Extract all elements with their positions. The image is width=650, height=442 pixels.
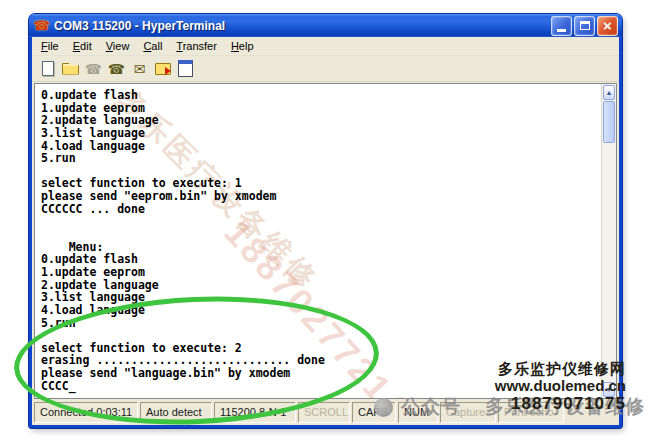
terminal-line: 5.run — [41, 317, 601, 330]
send-icon — [131, 61, 149, 77]
terminal-area[interactable]: 多乐医疗设备维修 18870277214 0.update flash1.upd… — [34, 83, 617, 399]
terminal-line — [41, 228, 601, 241]
terminal-line: 4.load language — [41, 140, 601, 153]
hyperterminal-icon — [33, 18, 50, 34]
terminal-line: 0.update flash — [41, 89, 601, 102]
call-button[interactable] — [82, 58, 105, 80]
status-pane-auto-detect: Auto detect — [140, 402, 212, 423]
menu-item-file[interactable]: File — [34, 38, 66, 55]
terminal-line: 4.load language — [41, 304, 601, 317]
maximize-button[interactable] — [574, 16, 595, 36]
status-pane-115200-8-n-1: 115200 8-N-1 — [214, 402, 296, 423]
terminal-line: CCCC_ — [41, 380, 601, 393]
terminal-line: 3.list language — [41, 291, 601, 304]
terminal-line: 5.run — [41, 152, 601, 165]
menu-item-call[interactable]: Call — [136, 38, 169, 55]
close-button[interactable]: × — [597, 16, 618, 36]
scrollbar-thumb[interactable] — [603, 101, 615, 143]
disconnect-button[interactable] — [105, 58, 128, 80]
minimize-icon — [557, 29, 566, 32]
new-connection-button[interactable] — [36, 58, 59, 80]
terminal-output: 0.update flash1.update eeprom2.update la… — [35, 84, 601, 398]
send-button[interactable] — [128, 58, 151, 80]
maximize-icon — [580, 21, 590, 30]
vertical-scrollbar[interactable]: ▲ ▼ — [601, 84, 616, 398]
title-bar[interactable]: COM3 115200 - HyperTerminal × — [29, 14, 622, 37]
properties-button[interactable] — [174, 58, 197, 80]
status-pane-caps: CAPS — [352, 402, 396, 423]
menu-item-view[interactable]: View — [99, 38, 137, 55]
minimize-button[interactable] — [551, 16, 572, 36]
status-pane-capture: Capture — [440, 402, 496, 423]
status-pane-scroll: SCROLL — [298, 402, 350, 423]
screenshot-stage: COM3 115200 - HyperTerminal × FileEditVi… — [0, 0, 650, 442]
call-icon — [85, 61, 103, 77]
open-button[interactable] — [59, 58, 82, 80]
terminal-line — [41, 215, 601, 228]
receive-icon — [154, 61, 172, 77]
disconnect-icon — [108, 61, 126, 77]
status-pane-print-echo: Print echo — [498, 402, 564, 423]
close-icon: × — [603, 18, 612, 33]
open-icon — [62, 61, 80, 77]
new-connection-icon — [39, 61, 57, 77]
terminal-line — [41, 329, 601, 342]
receive-button[interactable] — [151, 58, 174, 80]
menu-item-edit[interactable]: Edit — [66, 38, 99, 55]
scroll-down-icon[interactable]: ▼ — [603, 382, 615, 397]
properties-icon — [177, 61, 195, 77]
status-pane-connected-0-03-11: Connected 0:03:11 — [34, 402, 138, 423]
menu-item-help[interactable]: Help — [224, 38, 261, 55]
status-pane-num: NUM — [398, 402, 438, 423]
scroll-up-icon[interactable]: ▲ — [603, 85, 615, 100]
menu-item-transfer[interactable]: Transfer — [169, 38, 224, 55]
terminal-line: 1.update eeprom — [41, 266, 601, 279]
terminal-line: 3.list language — [41, 127, 601, 140]
window-title: COM3 115200 - HyperTerminal — [54, 19, 549, 33]
hyperterminal-window: COM3 115200 - HyperTerminal × FileEditVi… — [29, 14, 622, 428]
toolbar — [32, 56, 619, 82]
menu-bar: FileEditViewCallTransferHelp — [32, 37, 619, 56]
terminal-line: please send "eeprom.bin" by xmodem — [41, 190, 601, 203]
status-bar: Connected 0:03:11Auto detect115200 8-N-1… — [34, 402, 617, 423]
terminal-line: please send "language.bin" by xmodem — [41, 367, 601, 380]
terminal-line: CCCCCC ... done — [41, 203, 601, 216]
